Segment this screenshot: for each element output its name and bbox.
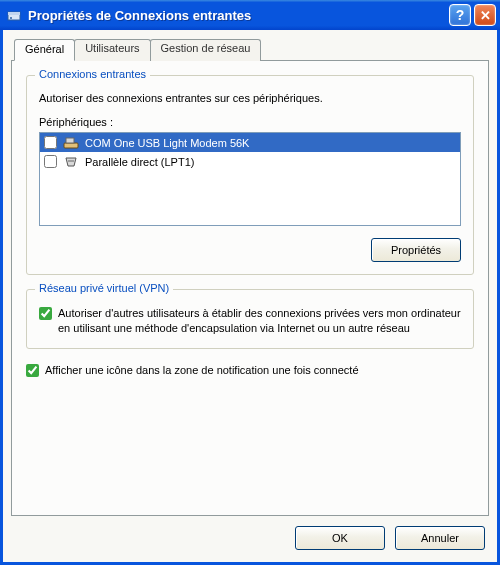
dialog-buttons: OK Annuler: [11, 516, 489, 552]
incoming-instruction: Autoriser des connexions entrantes sur c…: [39, 92, 461, 104]
cancel-button[interactable]: Annuler: [395, 526, 485, 550]
ok-button[interactable]: OK: [295, 526, 385, 550]
window-title: Propriétés de Connexions entrantes: [28, 8, 446, 23]
devices-label: Périphériques :: [39, 116, 461, 128]
tray-icon-label: Afficher une icône dans la zone de notif…: [45, 363, 359, 378]
device-label: Parallèle direct (LPT1): [85, 156, 194, 168]
group-incoming-legend: Connexions entrantes: [35, 68, 150, 80]
svg-rect-1: [8, 12, 20, 15]
svg-point-2: [10, 17, 12, 19]
tab-users[interactable]: Utilisateurs: [74, 39, 150, 61]
vpn-allow-label: Autoriser d'autres utilisateurs à établi…: [58, 306, 461, 336]
svg-rect-4: [66, 138, 74, 143]
tab-general[interactable]: Général: [14, 39, 75, 61]
group-vpn-legend: Réseau privé virtuel (VPN): [35, 282, 173, 294]
close-button[interactable]: ✕: [474, 4, 496, 26]
tab-panel-general: Connexions entrantes Autoriser des conne…: [11, 60, 489, 516]
tray-icon-checkbox[interactable]: [26, 364, 39, 377]
vpn-allow-row[interactable]: Autoriser d'autres utilisateurs à établi…: [39, 306, 461, 336]
svg-point-7: [72, 160, 74, 162]
list-item[interactable]: Parallèle direct (LPT1): [40, 152, 460, 171]
properties-button[interactable]: Propriétés: [371, 238, 461, 262]
list-item[interactable]: COM One USB Light Modem 56K: [40, 133, 460, 152]
titlebar: Propriétés de Connexions entrantes ? ✕: [0, 0, 500, 30]
svg-point-6: [70, 160, 72, 162]
device-checkbox[interactable]: [44, 136, 57, 149]
modem-icon: [63, 135, 79, 151]
devices-listbox[interactable]: COM One USB Light Modem 56K Parallèle di…: [39, 132, 461, 226]
group-incoming-connections: Connexions entrantes Autoriser des conne…: [26, 75, 474, 275]
tabs: Général Utilisateurs Gestion de réseau: [14, 39, 489, 61]
svg-rect-3: [64, 143, 78, 148]
window-icon: [6, 7, 22, 23]
tab-network[interactable]: Gestion de réseau: [150, 39, 262, 61]
group-vpn: Réseau privé virtuel (VPN) Autoriser d'a…: [26, 289, 474, 349]
svg-point-5: [68, 160, 70, 162]
vpn-allow-checkbox[interactable]: [39, 307, 52, 320]
help-button[interactable]: ?: [449, 4, 471, 26]
device-label: COM One USB Light Modem 56K: [85, 137, 249, 149]
device-checkbox[interactable]: [44, 155, 57, 168]
tray-icon-row[interactable]: Afficher une icône dans la zone de notif…: [26, 363, 474, 378]
port-icon: [63, 154, 79, 170]
